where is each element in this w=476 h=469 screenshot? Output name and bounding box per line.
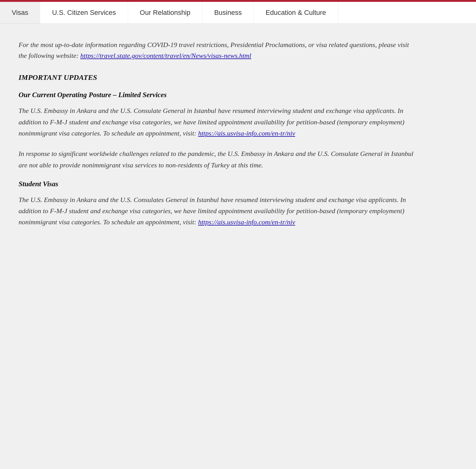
operating-posture-text: The U.S. Embassy in Ankara and the U.S. …: [19, 105, 414, 139]
operating-posture-heading: Our Current Operating Posture – Limited …: [19, 91, 414, 99]
nav-tabs: Visas U.S. Citizen Services Our Relation…: [0, 2, 476, 24]
operating-posture-section: Our Current Operating Posture – Limited …: [19, 91, 414, 170]
important-updates-heading: IMPORTANT UPDATES: [19, 73, 414, 82]
tab-visas[interactable]: Visas: [0, 2, 40, 24]
covid-notice: For the most up-to-date information rega…: [19, 39, 414, 61]
content-area: For the most up-to-date information rega…: [0, 24, 433, 253]
non-residents-text: In response to significant worldwide cha…: [19, 148, 414, 171]
tab-us-citizen-services[interactable]: U.S. Citizen Services: [40, 2, 128, 24]
tab-our-relationship[interactable]: Our Relationship: [128, 2, 202, 24]
important-updates-section: IMPORTANT UPDATES: [19, 73, 414, 82]
student-visas-link[interactable]: https://ais.usvisa-info.com/en-tr/niv: [198, 218, 295, 226]
student-visas-heading: Student Visas: [19, 180, 414, 188]
nav-container: Visas U.S. Citizen Services Our Relation…: [0, 2, 476, 24]
student-visas-section: Student Visas The U.S. Embassy in Ankara…: [19, 180, 414, 228]
tab-business[interactable]: Business: [202, 2, 254, 24]
student-visas-text: The U.S. Embassy in Ankara and the U.S. …: [19, 194, 414, 228]
tab-education-culture[interactable]: Education & Culture: [254, 2, 338, 24]
covid-link[interactable]: https://travel.state.gov/content/travel/…: [80, 52, 251, 59]
operating-posture-link[interactable]: https://ais.usvisa-info.com/en-tr/niv: [198, 129, 295, 137]
